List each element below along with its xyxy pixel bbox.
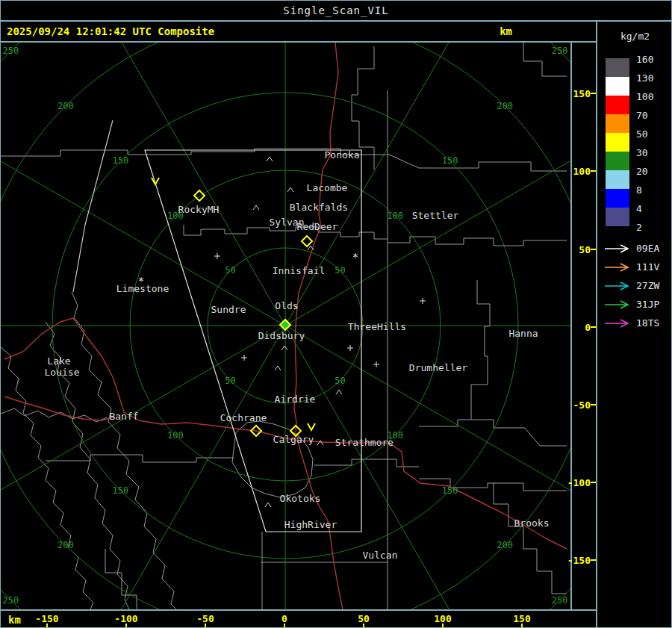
right-axis-label: -150 bbox=[567, 555, 591, 566]
town-label: Blackfalds bbox=[290, 202, 348, 213]
radar-app-window: Single_Scan_VIL 2025/09/24 12:01:42 UTC … bbox=[0, 0, 672, 628]
bottom-axis-tick bbox=[46, 624, 48, 628]
town-label: Lake bbox=[47, 355, 70, 367]
radar-id-label: 09EA bbox=[636, 243, 659, 254]
arrow-glyph bbox=[605, 282, 628, 290]
ring-distance-label: 100 bbox=[167, 430, 184, 441]
radar-id-label: 18TS bbox=[636, 318, 659, 329]
bottom-axis-label: -50 bbox=[196, 613, 214, 624]
legend-scale-value: 100 bbox=[636, 91, 653, 102]
town-label: Vulcan bbox=[363, 550, 398, 561]
town-caret-marker bbox=[287, 187, 293, 192]
right-axis-label: 50 bbox=[579, 244, 591, 255]
header-bar: 2025/09/24 12:01:42 UTC Composite km bbox=[1, 22, 596, 43]
legend-color-swatch bbox=[606, 58, 629, 77]
legend-unit-label: kg/m2 bbox=[597, 31, 672, 42]
ring-distance-label: 200 bbox=[57, 101, 74, 111]
legend-scale-value: 8 bbox=[636, 184, 642, 196]
ring-distance-label: 150 bbox=[113, 485, 129, 496]
town-caret-marker bbox=[275, 366, 281, 370]
radar-map-canvas[interactable]: 5050505010010010010015015015015020020020… bbox=[1, 43, 570, 609]
county-boundary-line bbox=[232, 421, 313, 497]
radar-legend-row: 09EA bbox=[603, 243, 672, 254]
right-axis-tick bbox=[591, 482, 596, 483]
ring-distance-label: 150 bbox=[442, 155, 458, 166]
bottom-axis-tick bbox=[205, 624, 206, 628]
legend-scale-value: 30 bbox=[636, 147, 648, 158]
legend-scale-value: 4 bbox=[636, 203, 642, 214]
right-axis-tick bbox=[591, 170, 596, 172]
radar-legend-row: 27ZW bbox=[603, 281, 672, 291]
town-label: Didsbury bbox=[258, 330, 305, 341]
legend-scale-value: 20 bbox=[636, 166, 648, 177]
radar-site-marker bbox=[302, 236, 312, 246]
ring-distance-label: 250 bbox=[552, 46, 568, 56]
ring-distance-label: 100 bbox=[387, 211, 403, 221]
town-plus-marker bbox=[347, 345, 353, 351]
scan-sector-edge-line bbox=[73, 120, 113, 292]
county-boundary-line bbox=[471, 280, 490, 420]
town-label: Stettler bbox=[412, 210, 459, 221]
ring-distance-label: 250 bbox=[2, 595, 19, 606]
bottom-axis-label: 150 bbox=[513, 613, 530, 624]
town-label: RedDeer bbox=[297, 221, 338, 232]
town-plus-marker bbox=[373, 361, 379, 367]
bottom-axis-unit: km bbox=[8, 614, 21, 626]
bottom-axis-label: 50 bbox=[358, 613, 370, 624]
azimuth-spoke bbox=[1, 326, 285, 535]
town-label: Sundre bbox=[211, 304, 246, 315]
radar-legend-row: 18TS bbox=[603, 318, 672, 329]
right-axis-label: -50 bbox=[573, 400, 591, 411]
ring-distance-label: 50 bbox=[335, 265, 345, 276]
town-label: Cochrane bbox=[220, 412, 267, 423]
right-axis-label: 0 bbox=[585, 322, 591, 333]
town-caret-marker bbox=[267, 157, 273, 161]
azimuth-spoke bbox=[285, 326, 570, 535]
window-title: Single_Scan_VIL bbox=[1, 1, 671, 22]
highway-line bbox=[4, 397, 114, 420]
legend-color-swatch bbox=[606, 152, 629, 170]
ring-distance-label: 200 bbox=[57, 540, 74, 550]
right-axis-tick bbox=[591, 404, 596, 405]
bottom-axis-tick bbox=[363, 624, 364, 628]
ring-distance-label: 250 bbox=[552, 595, 568, 606]
town-label: Airdrie bbox=[275, 394, 316, 405]
town-label: Ponoka bbox=[325, 149, 360, 161]
highway-line bbox=[293, 440, 567, 549]
town-label: Hanna bbox=[508, 328, 538, 339]
county-boundary-line bbox=[419, 479, 567, 491]
bottom-axis-label: 100 bbox=[434, 613, 451, 624]
town-caret-marker bbox=[317, 441, 323, 445]
radar-id-label: 31JP bbox=[636, 299, 659, 310]
town-label: Lacombe bbox=[307, 182, 348, 193]
arrow-glyph bbox=[605, 320, 628, 327]
right-axis-tick bbox=[591, 559, 596, 561]
ring-distance-label: 200 bbox=[497, 101, 513, 111]
town-label: Banff bbox=[109, 411, 138, 422]
radar-map[interactable]: 5050505010010010010015015015015020020020… bbox=[1, 43, 572, 609]
ring-distance-label: 200 bbox=[497, 540, 513, 550]
town-star-marker: * bbox=[352, 251, 358, 263]
ring-distance-label: 250 bbox=[2, 46, 19, 56]
legend-scale-value: 2 bbox=[636, 222, 642, 233]
county-boundary-line bbox=[1, 149, 567, 171]
right-axis-tick bbox=[591, 93, 596, 94]
town-star-marker: * bbox=[138, 275, 144, 287]
town-label: Calgary bbox=[273, 434, 314, 445]
radar-vector-arrow-icon bbox=[603, 263, 633, 272]
town-caret-marker bbox=[265, 503, 271, 507]
ring-distance-label: 50 bbox=[335, 376, 345, 386]
town-label: ThreeHills bbox=[348, 321, 406, 332]
bottom-axis-tick bbox=[284, 624, 285, 628]
legend-color-swatch bbox=[606, 133, 629, 152]
legend-panel: kg/m2 1601301007050302084209EA111V27ZW31… bbox=[596, 22, 672, 628]
radar-arrow-marker bbox=[152, 178, 159, 184]
town-label: Innisfail bbox=[273, 265, 325, 276]
town-label: Brooks bbox=[514, 517, 550, 529]
town-label: Louise bbox=[45, 367, 80, 378]
town-label: Olds bbox=[275, 300, 298, 311]
bottom-axis-tick bbox=[521, 624, 523, 628]
legend-scale-value: 70 bbox=[636, 110, 648, 121]
right-axis: 150100500-50-100-150 bbox=[572, 43, 596, 609]
legend-scale-value: 50 bbox=[636, 128, 648, 140]
